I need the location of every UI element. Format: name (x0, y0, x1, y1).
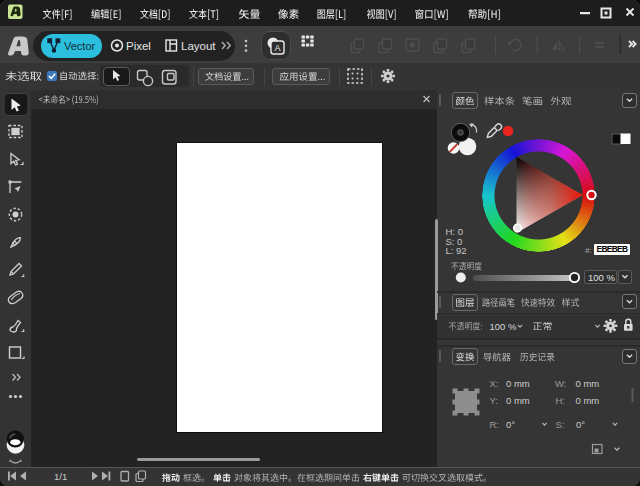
svg-text:1/1: 1/1 (54, 471, 67, 482)
svg-text:H:: H: (556, 395, 566, 406)
svg-text:0°: 0° (506, 419, 515, 430)
svg-text:Pixel: Pixel (126, 40, 151, 52)
svg-text:S:: S: (556, 419, 565, 430)
svg-text:EBEBEB: EBEBEB (597, 244, 629, 254)
svg-text:X:: X: (490, 378, 499, 389)
svg-text:Vector: Vector (64, 40, 96, 52)
svg-text:R:: R: (490, 419, 500, 430)
svg-text:Y:: Y: (490, 395, 498, 406)
svg-text:0 mm: 0 mm (576, 378, 600, 389)
svg-text:Layout: Layout (181, 40, 216, 52)
svg-text:#:: #: (585, 246, 592, 255)
svg-text:0 mm: 0 mm (576, 395, 600, 406)
svg-text:L: 92: L: 92 (446, 245, 467, 256)
svg-text:100 %: 100 % (588, 272, 615, 283)
svg-text:0 mm: 0 mm (506, 378, 530, 389)
svg-text:W:: W: (555, 378, 566, 389)
svg-text:A: A (274, 43, 280, 53)
svg-text:100 %: 100 % (490, 321, 517, 332)
svg-text:0°: 0° (576, 419, 585, 430)
svg-text:0 mm: 0 mm (506, 395, 530, 406)
